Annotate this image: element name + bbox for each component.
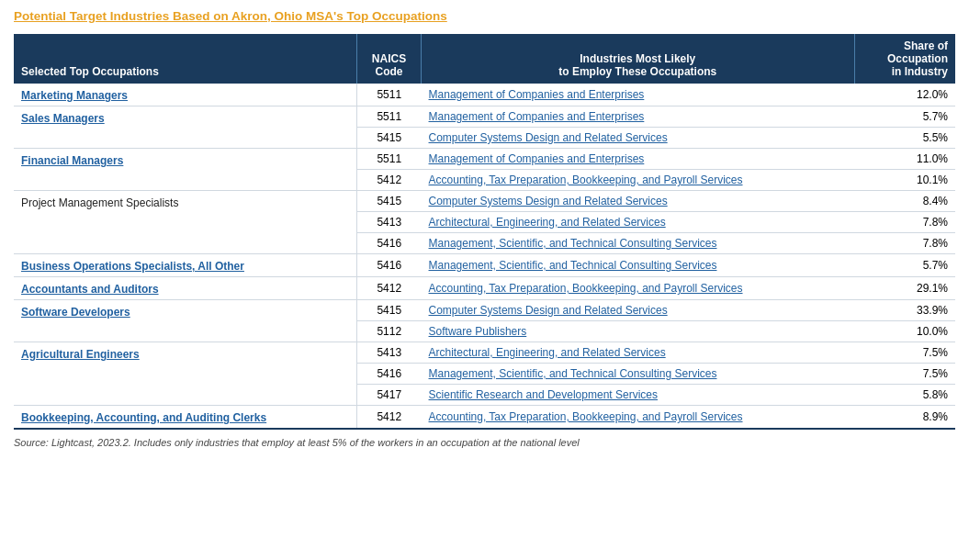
header-row: Selected Top Occupations NAICS Code Indu… — [14, 34, 955, 84]
col-header-naics: NAICS Code — [357, 34, 422, 84]
col-header-industry: Industries Most Likely to Employ These O… — [422, 34, 854, 84]
industry-cell: Management of Companies and Enterprises — [422, 84, 854, 106]
occupation-cell: Marketing Managers — [14, 84, 357, 106]
naics-cell: 5112 — [357, 321, 422, 342]
naics-cell: 5416 — [357, 364, 422, 385]
page-title: Potential Target Industries Based on Akr… — [14, 9, 955, 23]
share-cell: 5.5% — [854, 128, 955, 149]
naics-cell: 5413 — [357, 342, 422, 364]
naics-cell: 5413 — [357, 212, 422, 233]
share-cell: 5.7% — [854, 254, 955, 277]
naics-cell: 5511 — [357, 106, 422, 128]
naics-cell: 5415 — [357, 300, 422, 321]
occupation-cell: Accountants and Auditors — [14, 277, 357, 300]
industry-cell: Accounting, Tax Preparation, Bookkeeping… — [422, 170, 854, 191]
table-row: Software Developers5415Computer Systems … — [14, 300, 955, 321]
naics-cell: 5416 — [357, 233, 422, 254]
industry-cell: Computer Systems Design and Related Serv… — [422, 191, 854, 212]
occupation-cell: Software Developers — [14, 300, 357, 342]
naics-cell: 5415 — [357, 128, 422, 149]
naics-cell: 5412 — [357, 277, 422, 300]
table-row: Business Operations Specialists, All Oth… — [14, 254, 955, 277]
occupation-cell: Sales Managers — [14, 106, 357, 149]
naics-cell: 5417 — [357, 385, 422, 406]
occupation-cell: Bookkeeping, Accounting, and Auditing Cl… — [14, 406, 357, 430]
share-cell: 7.8% — [854, 212, 955, 233]
share-cell: 7.5% — [854, 364, 955, 385]
occupation-cell: Business Operations Specialists, All Oth… — [14, 254, 357, 277]
main-table: Selected Top Occupations NAICS Code Indu… — [14, 34, 955, 430]
industry-cell: Software Publishers — [422, 321, 854, 342]
footer-note: Source: Lightcast, 2023.2. Includes only… — [14, 437, 955, 448]
naics-cell: 5412 — [357, 406, 422, 430]
industry-cell: Accounting, Tax Preparation, Bookkeeping… — [422, 277, 854, 300]
share-cell: 5.7% — [854, 106, 955, 128]
occupation-cell: Agricultural Engineers — [14, 342, 357, 406]
occupation-cell: Project Management Specialists — [14, 191, 357, 254]
share-cell: 10.0% — [854, 321, 955, 342]
table-row: Financial Managers5511Management of Comp… — [14, 149, 955, 170]
table-row: Marketing Managers5511Management of Comp… — [14, 84, 955, 106]
share-cell: 5.8% — [854, 385, 955, 406]
industry-cell: Management of Companies and Enterprises — [422, 106, 854, 128]
naics-cell: 5416 — [357, 254, 422, 277]
naics-cell: 5412 — [357, 170, 422, 191]
industry-cell: Architectural, Engineering, and Related … — [422, 342, 854, 364]
table-row: Sales Managers5511Management of Companie… — [14, 106, 955, 128]
industry-cell: Computer Systems Design and Related Serv… — [422, 128, 854, 149]
industry-cell: Management, Scientific, and Technical Co… — [422, 254, 854, 277]
share-cell: 11.0% — [854, 149, 955, 170]
table-row: Accountants and Auditors5412Accounting, … — [14, 277, 955, 300]
industry-cell: Architectural, Engineering, and Related … — [422, 212, 854, 233]
share-cell: 8.9% — [854, 406, 955, 430]
naics-cell: 5415 — [357, 191, 422, 212]
industry-cell: Scientific Research and Development Serv… — [422, 385, 854, 406]
share-cell: 12.0% — [854, 84, 955, 106]
share-cell: 33.9% — [854, 300, 955, 321]
industry-cell: Management, Scientific, and Technical Co… — [422, 364, 854, 385]
table-body: Marketing Managers5511Management of Comp… — [14, 84, 955, 429]
table-row: Project Management Specialists5415Comput… — [14, 191, 955, 212]
industry-cell: Accounting, Tax Preparation, Bookkeeping… — [422, 406, 854, 430]
table-row: Agricultural Engineers5413Architectural,… — [14, 342, 955, 364]
industry-cell: Computer Systems Design and Related Serv… — [422, 300, 854, 321]
naics-cell: 5511 — [357, 149, 422, 170]
table-row: Bookkeeping, Accounting, and Auditing Cl… — [14, 406, 955, 430]
industry-cell: Management of Companies and Enterprises — [422, 149, 854, 170]
col-header-occupation: Selected Top Occupations — [14, 34, 357, 84]
share-cell: 8.4% — [854, 191, 955, 212]
naics-cell: 5511 — [357, 84, 422, 106]
industry-cell: Management, Scientific, and Technical Co… — [422, 233, 854, 254]
share-cell: 7.5% — [854, 342, 955, 364]
share-cell: 10.1% — [854, 170, 955, 191]
occupation-cell: Financial Managers — [14, 149, 357, 191]
share-cell: 7.8% — [854, 233, 955, 254]
col-header-share: Share of Occupation in Industry — [854, 34, 955, 84]
share-cell: 29.1% — [854, 277, 955, 300]
